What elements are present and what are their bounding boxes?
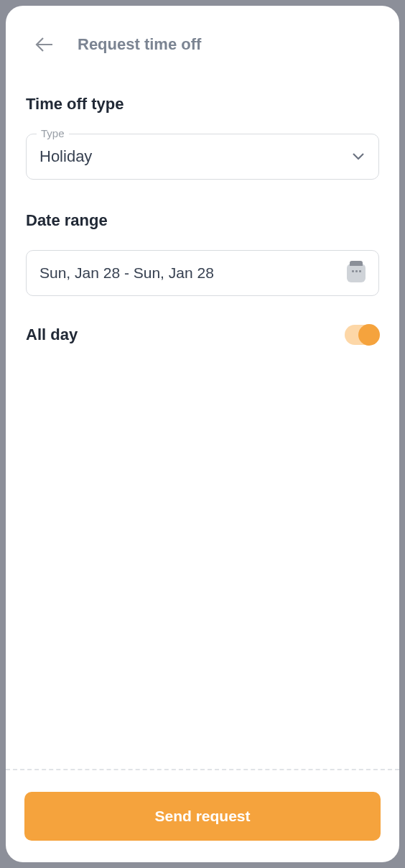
all-day-toggle[interactable] [345,325,379,345]
all-day-label: All day [26,326,78,344]
type-legend: Type [37,127,69,139]
calendar-icon [347,264,366,282]
content-area: Time off type Type Holiday Date range Su… [6,69,399,769]
toggle-knob [358,324,380,346]
header: Request time off [6,6,399,69]
type-section-label: Time off type [26,95,379,114]
footer: Send request [6,769,399,862]
date-section: Date range Sun, Jan 28 - Sun, Jan 28 [26,211,379,296]
date-range-picker[interactable]: Sun, Jan 28 - Sun, Jan 28 [26,250,379,296]
chevron-down-icon [351,150,366,163]
date-range-value: Sun, Jan 28 - Sun, Jan 28 [39,264,214,282]
all-day-row: All day [26,325,379,345]
page-title: Request time off [78,35,201,54]
type-section: Time off type Type Holiday [26,95,379,180]
date-section-label: Date range [26,211,379,230]
type-value: Holiday [39,147,92,166]
type-select[interactable]: Type Holiday [26,134,379,180]
app-container: Request time off Time off type Type Holi… [6,6,399,862]
send-request-button[interactable]: Send request [24,792,381,841]
back-arrow-icon[interactable] [34,34,55,55]
